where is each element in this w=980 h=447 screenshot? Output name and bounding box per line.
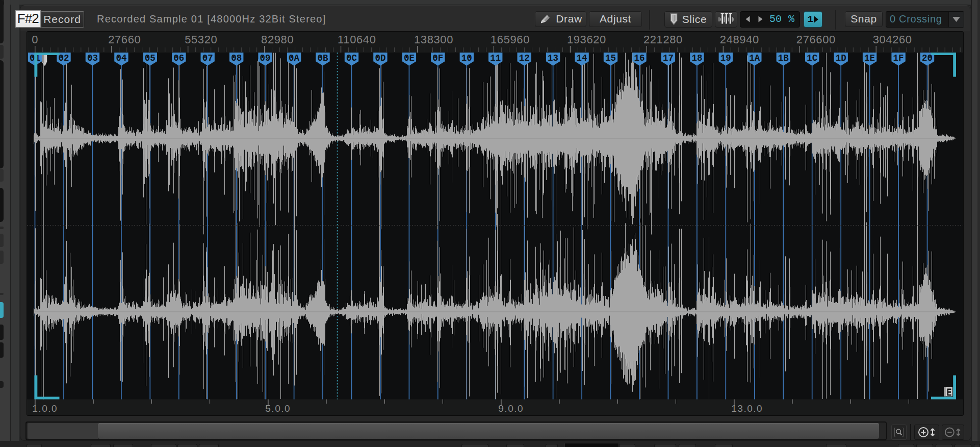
svg-text:0F: 0F: [432, 53, 443, 63]
svg-text:08: 08: [231, 53, 242, 63]
svg-text:03: 03: [87, 53, 97, 63]
svg-text:248940: 248940: [719, 33, 759, 46]
svg-text:02: 02: [58, 53, 69, 63]
svg-text:0: 0: [32, 33, 38, 46]
svg-text:165960: 165960: [491, 33, 530, 46]
svg-text:04: 04: [116, 53, 126, 63]
svg-text:15: 15: [605, 53, 615, 63]
svg-text:0A: 0A: [289, 53, 300, 63]
svg-text:138300: 138300: [414, 33, 453, 46]
svg-text:1E: 1E: [864, 53, 875, 63]
svg-text:82980: 82980: [261, 33, 294, 46]
svg-text:20: 20: [921, 53, 932, 63]
svg-text:0B: 0B: [317, 53, 328, 63]
svg-text:07: 07: [202, 53, 213, 63]
svg-text:16: 16: [634, 53, 644, 63]
svg-text:221280: 221280: [643, 33, 682, 46]
svg-text:304260: 304260: [872, 33, 912, 46]
svg-text:276600: 276600: [796, 33, 835, 46]
svg-text:193620: 193620: [566, 33, 606, 46]
svg-text:13: 13: [548, 53, 558, 63]
svg-text:27660: 27660: [108, 33, 141, 46]
svg-text:1A: 1A: [749, 53, 760, 63]
svg-text:1F: 1F: [893, 53, 904, 63]
svg-text:55320: 55320: [185, 33, 217, 46]
svg-text:12: 12: [519, 53, 529, 63]
svg-text:13.0.0: 13.0.0: [731, 403, 763, 413]
svg-text:10: 10: [461, 53, 472, 63]
svg-text:1B: 1B: [778, 53, 789, 63]
svg-text:5.0.0: 5.0.0: [265, 403, 291, 413]
svg-text:110640: 110640: [338, 33, 376, 46]
svg-text:14: 14: [576, 53, 587, 63]
svg-text:1C: 1C: [807, 53, 818, 63]
svg-text:0E: 0E: [403, 53, 414, 63]
svg-text:1.0.0: 1.0.0: [32, 403, 58, 413]
svg-text:09: 09: [260, 53, 270, 63]
svg-text:0D: 0D: [375, 53, 385, 63]
svg-text:18: 18: [691, 53, 702, 63]
svg-text:1D: 1D: [835, 53, 846, 63]
svg-text:06: 06: [173, 53, 184, 63]
svg-text:11: 11: [490, 53, 501, 63]
svg-text:17: 17: [662, 53, 673, 63]
svg-text:05: 05: [144, 53, 155, 63]
svg-text:19: 19: [720, 53, 731, 63]
svg-text:0C: 0C: [346, 53, 357, 63]
svg-text:9.0.0: 9.0.0: [498, 403, 524, 413]
